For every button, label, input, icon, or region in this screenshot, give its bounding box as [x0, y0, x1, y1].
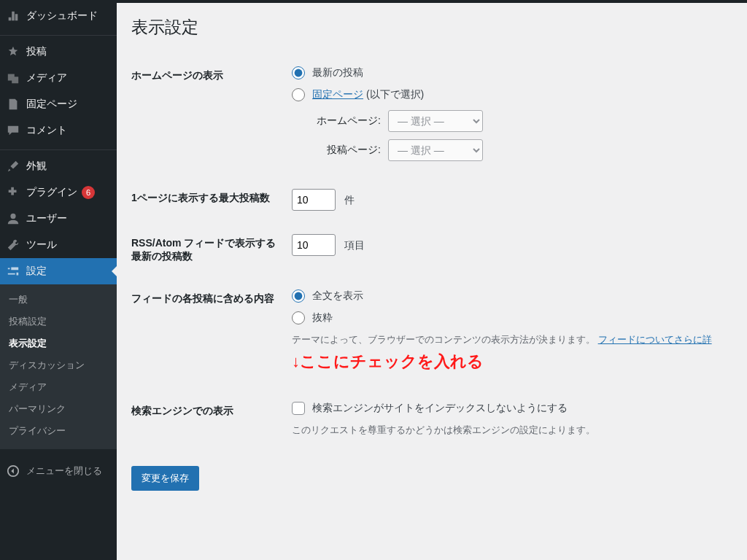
sidebar-label: 外観 — [26, 160, 47, 173]
homepage-select[interactable]: — 選択 — — [388, 110, 483, 132]
sidebar-label: 固定ページ — [26, 98, 77, 111]
sidebar-label: メディア — [26, 71, 67, 85]
sidebar-item-comments[interactable]: コメント — [0, 117, 117, 144]
settings-sliders-icon — [6, 264, 20, 279]
media-icon — [6, 71, 20, 85]
brush-icon — [6, 159, 20, 174]
sidebar-label: 投稿 — [26, 45, 47, 58]
content-area: 表示設定 ホームページの表示 最新の投稿 固定ページ (以下で選択) ホームペー… — [117, 3, 747, 560]
feed-items-unit: 項目 — [344, 239, 365, 251]
plugin-icon — [6, 185, 20, 200]
annotation-arrow: ↓ここにチェックを入れる — [292, 351, 732, 373]
sidebar-separator — [0, 147, 117, 150]
submenu-privacy[interactable]: プライバシー — [0, 420, 117, 442]
checkbox-discourage-search[interactable] — [292, 402, 305, 415]
submenu-media[interactable]: メディア — [0, 376, 117, 398]
submenu-reading[interactable]: 表示設定 — [0, 332, 117, 354]
submenu-discussion[interactable]: ディスカッション — [0, 354, 117, 376]
radio-latest-label: 最新の投稿 — [312, 66, 363, 79]
dashboard-icon — [6, 9, 20, 23]
page-icon — [6, 97, 20, 112]
radio-static-page[interactable] — [292, 88, 305, 101]
sidebar-label: コメント — [26, 124, 67, 137]
admin-sidebar: ダッシュボード 投稿 メディア 固定ページ コメント 外観 — [0, 3, 117, 560]
plugin-update-badge: 6 — [82, 186, 95, 199]
label-search-visibility: 検索エンジンでの表示 — [131, 390, 292, 448]
sidebar-label: ツール — [26, 238, 57, 252]
submenu-writing[interactable]: 投稿設定 — [0, 311, 117, 332]
user-icon — [6, 211, 20, 226]
label-feed-content: フィードの各投稿に含める内容 — [131, 278, 292, 390]
submenu-general[interactable]: 一般 — [0, 289, 117, 311]
submenu-permalink[interactable]: パーマリンク — [0, 398, 117, 420]
collapse-menu[interactable]: メニューを閉じる — [0, 456, 117, 486]
label-feed-items: RSS/Atom フィードで表示する最新の投稿数 — [131, 222, 292, 278]
page-title: 表示設定 — [131, 16, 732, 39]
save-changes-button[interactable]: 変更を保存 — [131, 466, 199, 491]
feed-description-text: テーマによって、ブラウザーでのコンテンツの表示方法が決まります。 — [292, 334, 595, 345]
input-feed-items[interactable] — [292, 234, 336, 256]
checkbox-discourage-label: 検索エンジンがサイトをインデックスしないようにする — [312, 402, 568, 415]
sidebar-item-plugins[interactable]: プラグイン 6 — [0, 179, 117, 206]
postspage-select[interactable]: — 選択 — — [388, 139, 483, 161]
feed-learn-more-link[interactable]: フィードについてさらに詳 — [598, 334, 712, 345]
radio-excerpt-label: 抜粋 — [312, 311, 333, 324]
svg-point-0 — [10, 214, 15, 219]
settings-submenu: 一般 投稿設定 表示設定 ディスカッション メディア パーマリンク プライバシー — [0, 284, 117, 449]
pin-icon — [6, 44, 20, 59]
sidebar-item-users[interactable]: ユーザー — [0, 206, 117, 232]
homepage-select-label: ホームページ: — [308, 114, 381, 128]
sidebar-item-tools[interactable]: ツール — [0, 232, 117, 258]
radio-full-label: 全文を表示 — [312, 289, 363, 303]
sidebar-label: ユーザー — [26, 212, 67, 225]
sidebar-label: ダッシュボード — [26, 9, 98, 23]
comment-icon — [6, 123, 20, 138]
sidebar-item-dashboard[interactable]: ダッシュボード — [0, 3, 117, 29]
sidebar-separator — [0, 32, 117, 36]
input-posts-per-page[interactable] — [292, 189, 336, 211]
collapse-icon — [6, 464, 20, 478]
settings-form: ホームページの表示 最新の投稿 固定ページ (以下で選択) ホームページ: — … — [131, 55, 732, 448]
search-visibility-description: このリクエストを尊重するかどうかは検索エンジンの設定によります。 — [292, 424, 732, 437]
sidebar-item-pages[interactable]: 固定ページ — [0, 91, 117, 117]
postspage-select-label: 投稿ページ: — [308, 144, 381, 157]
radio-full-text[interactable] — [292, 289, 305, 303]
radio-latest-posts[interactable] — [292, 66, 305, 79]
wrench-icon — [6, 238, 20, 252]
sidebar-item-posts[interactable]: 投稿 — [0, 39, 117, 65]
sidebar-item-settings[interactable]: 設定 — [0, 258, 117, 284]
label-posts-per-page: 1ページに表示する最大投稿数 — [131, 177, 292, 222]
static-page-suffix: (以下で選択) — [363, 88, 424, 100]
sidebar-item-appearance[interactable]: 外観 — [0, 153, 117, 179]
label-homepage-display: ホームページの表示 — [131, 55, 292, 177]
static-page-link[interactable]: 固定ページ — [312, 88, 363, 100]
radio-excerpt[interactable] — [292, 311, 305, 324]
sidebar-item-media[interactable]: メディア — [0, 65, 117, 91]
sidebar-label: 設定 — [26, 265, 47, 278]
collapse-label: メニューを閉じる — [26, 464, 102, 478]
sidebar-label: プラグイン — [26, 186, 77, 199]
posts-per-page-unit: 件 — [344, 194, 355, 206]
